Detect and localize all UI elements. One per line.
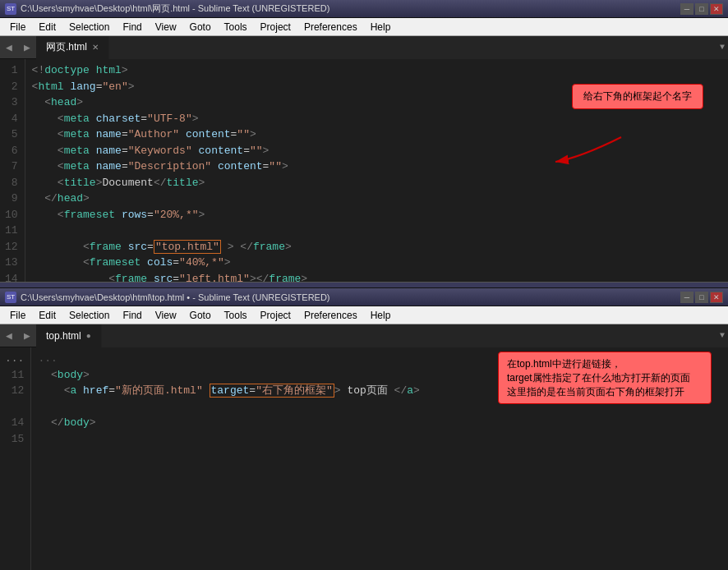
callout-2: 在top.html中进行超链接，target属性指定了在什么地方打开新的页面这里… — [498, 352, 712, 404]
callout-2-text: 在top.html中进行超链接，target属性指定了在什么地方打开新的页面这里… — [507, 358, 690, 398]
menu-find-2[interactable]: Find — [116, 308, 148, 323]
tab-prev-2[interactable]: ◀ — [0, 324, 18, 347]
callout-1-text: 给右下角的框架起个名字 — [583, 90, 692, 102]
title-bar-1: ST C:\Users\smyhvae\Desktop\html\网页.html… — [0, 0, 728, 18]
menu-project-1[interactable]: Project — [254, 20, 297, 34]
menu-selection-2[interactable]: Selection — [62, 308, 116, 323]
code-line-5: <meta name="Author" content=""> — [32, 126, 721, 143]
title-controls-1[interactable]: ─ □ ✕ — [680, 3, 723, 15]
menu-preferences-1[interactable]: Preferences — [297, 20, 364, 34]
tab-label-1: 网页.html — [46, 40, 87, 54]
menu-goto-2[interactable]: Goto — [183, 308, 218, 323]
editor-2: ... 11 12 14 15 ... <body> <a href="新的页面… — [0, 347, 728, 570]
menu-view-1[interactable]: View — [149, 20, 183, 34]
menu-view-2[interactable]: View — [149, 308, 183, 323]
menu-file-2[interactable]: File — [3, 308, 32, 323]
title-bar-left-2: ST C:\Users\smyhvae\Desktop\html\top.htm… — [5, 292, 330, 303]
code-line-10: <frameset rows="20%,*"> — [32, 207, 721, 223]
code-line-1: <!doctype html> — [32, 62, 721, 79]
tab-dropdown-arrow-2[interactable]: ▼ — [720, 331, 725, 340]
editor-1: 1 2 3 4 5 6 7 8 9 10 11 12 13 14 15 16 1… — [0, 59, 728, 282]
menu-project-2[interactable]: Project — [254, 308, 297, 323]
tab-bar-end-2: ▼ — [102, 324, 728, 347]
tab-label-2: top.html — [46, 330, 81, 342]
menu-edit-1[interactable]: Edit — [32, 20, 62, 34]
tab-bar-2: ◀ ▶ top.html ● ▼ — [0, 324, 728, 347]
title-text-2: C:\Users\smyhvae\Desktop\html\top.html •… — [21, 292, 330, 302]
code-line-14: <frame src="left.html"></frame> — [32, 271, 721, 283]
tab-next-2[interactable]: ▶ — [18, 324, 36, 347]
title-text-1: C:\Users\smyhvae\Desktop\html\网页.html - … — [21, 2, 329, 15]
maximize-button-1[interactable]: □ — [695, 3, 708, 15]
minimize-button-1[interactable]: ─ — [680, 3, 693, 15]
tab-webpage-html[interactable]: 网页.html ✕ — [36, 36, 109, 59]
menu-selection-1[interactable]: Selection — [62, 20, 116, 34]
code-area-1[interactable]: <!doctype html> <html lang="en"> <head> … — [25, 59, 728, 282]
menu-help-2[interactable]: Help — [364, 308, 398, 323]
title-bar-2: ST C:\Users\smyhvae\Desktop\html\top.htm… — [0, 288, 728, 306]
menu-help-1[interactable]: Help — [364, 20, 398, 34]
code-line-8: <title>Document</title> — [32, 175, 721, 191]
app-container: ST C:\Users\smyhvae\Desktop\html\网页.html… — [0, 0, 728, 570]
menu-tools-1[interactable]: Tools — [218, 20, 254, 34]
tab-next-1[interactable]: ▶ — [18, 36, 36, 59]
code-line-2-14: </body> — [38, 415, 721, 431]
code-line-4: <meta charset="UTF-8"> — [32, 111, 721, 127]
title-bar-left-1: ST C:\Users\smyhvae\Desktop\html\网页.html… — [5, 2, 329, 15]
line-numbers-1: 1 2 3 4 5 6 7 8 9 10 11 12 13 14 15 16 1… — [0, 59, 25, 282]
menu-bar-2: File Edit Selection Find View Goto Tools… — [0, 306, 728, 324]
code-line-13: <frameset cols="40%,*"> — [32, 255, 721, 271]
code-line-6: <meta name="Keywords" content=""> — [32, 143, 721, 159]
menu-preferences-2[interactable]: Preferences — [297, 308, 364, 323]
menu-file-1[interactable]: File — [3, 20, 32, 34]
minimize-button-2[interactable]: ─ — [680, 292, 693, 303]
tab-close-2[interactable]: ● — [86, 331, 91, 340]
menu-goto-1[interactable]: Goto — [183, 20, 218, 34]
close-button-1[interactable]: ✕ — [710, 3, 723, 15]
title-controls-2[interactable]: ─ □ ✕ — [680, 292, 723, 303]
code-line-9: </head> — [32, 191, 721, 207]
code-area-2[interactable]: ... <body> <a href="新的页面.html" target="右… — [31, 347, 728, 570]
code-line-11 — [32, 223, 721, 239]
menu-tools-2[interactable]: Tools — [218, 308, 254, 323]
callout-1: 给右下角的框架起个名字 — [572, 84, 703, 109]
menu-bar-1: File Edit Selection Find View Goto Tools… — [0, 18, 728, 36]
app-icon-2: ST — [5, 292, 16, 303]
tab-dropdown-arrow-1[interactable]: ▼ — [720, 43, 725, 52]
code-line-12: <frame src="top.html" > </frame> — [32, 239, 721, 255]
maximize-button-2[interactable]: □ — [695, 292, 708, 303]
tab-close-1[interactable]: ✕ — [92, 43, 99, 52]
line-numbers-2: ... 11 12 14 15 — [0, 347, 31, 570]
tab-top-html[interactable]: top.html ● — [36, 324, 102, 347]
window-divider — [0, 282, 728, 288]
menu-find-1[interactable]: Find — [116, 20, 148, 34]
menu-edit-2[interactable]: Edit — [32, 308, 62, 323]
code-line-7: <meta name="Description" content=""> — [32, 159, 721, 175]
close-button-2[interactable]: ✕ — [710, 292, 723, 303]
tab-bar-1: ◀ ▶ 网页.html ✕ ▼ — [0, 36, 728, 59]
tab-prev-1[interactable]: ◀ — [0, 36, 18, 59]
app-icon-1: ST — [5, 3, 16, 15]
code-line-2-15 — [38, 431, 721, 448]
tab-bar-end-1: ▼ — [109, 36, 728, 59]
